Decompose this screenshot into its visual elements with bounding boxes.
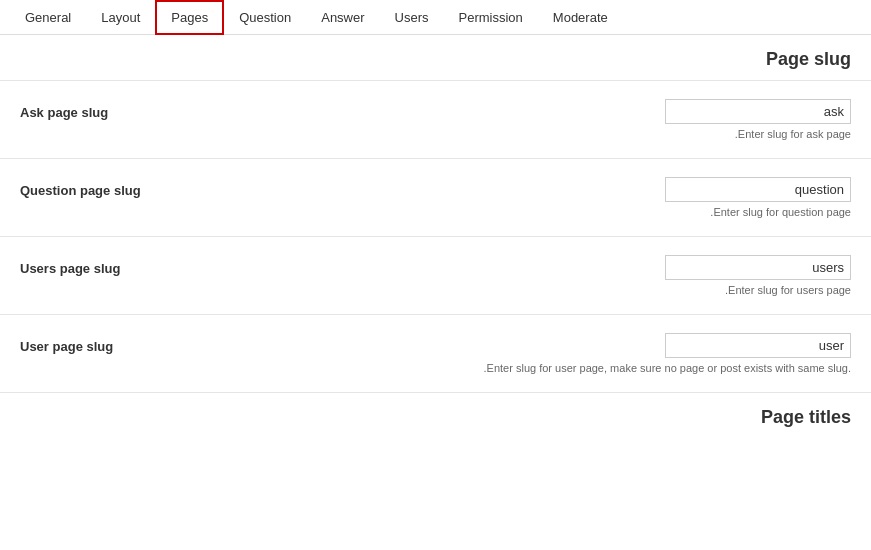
user-page-slug-row: User page slug .Enter slug for user page… [0, 315, 871, 393]
tab-moderate[interactable]: Moderate [538, 1, 623, 34]
user-page-slug-label: User page slug [20, 333, 300, 354]
users-page-slug-row: Users page slug .Enter slug for users pa… [0, 237, 871, 315]
page-slug-title: Page slug [766, 49, 851, 69]
page-slug-section-header: Page slug [0, 35, 871, 81]
users-page-slug-content: .Enter slug for users page [300, 255, 851, 296]
tab-users[interactable]: Users [380, 1, 444, 34]
page-content: Page slug Ask page slug .Enter slug for … [0, 35, 871, 438]
ask-page-slug-row: Ask page slug .Enter slug for ask page [0, 81, 871, 159]
user-page-slug-hint: .Enter slug for user page, make sure no … [484, 362, 851, 374]
users-page-slug-label: Users page slug [20, 255, 300, 276]
question-page-slug-content: .Enter slug for question page [300, 177, 851, 218]
tab-layout[interactable]: Layout [86, 1, 155, 34]
page-titles-title: Page titles [761, 407, 851, 427]
page-titles-section-header: Page titles [0, 393, 871, 438]
users-page-slug-input[interactable] [665, 255, 851, 280]
ask-page-slug-label: Ask page slug [20, 99, 300, 120]
question-page-slug-label: Question page slug [20, 177, 300, 198]
tab-pages[interactable]: Pages [155, 0, 224, 35]
users-page-slug-hint: .Enter slug for users page [725, 284, 851, 296]
tab-question[interactable]: Question [224, 1, 306, 34]
tab-permission[interactable]: Permission [444, 1, 538, 34]
question-page-slug-hint: .Enter slug for question page [710, 206, 851, 218]
ask-page-slug-content: .Enter slug for ask page [300, 99, 851, 140]
tab-general[interactable]: General [10, 1, 86, 34]
tab-answer[interactable]: Answer [306, 1, 379, 34]
user-page-slug-content: .Enter slug for user page, make sure no … [300, 333, 851, 374]
question-page-slug-input[interactable] [665, 177, 851, 202]
ask-page-slug-hint: .Enter slug for ask page [735, 128, 851, 140]
nav-tabs: General Layout Pages Question Answer Use… [0, 0, 871, 35]
user-page-slug-input[interactable] [665, 333, 851, 358]
question-page-slug-row: Question page slug .Enter slug for quest… [0, 159, 871, 237]
ask-page-slug-input[interactable] [665, 99, 851, 124]
